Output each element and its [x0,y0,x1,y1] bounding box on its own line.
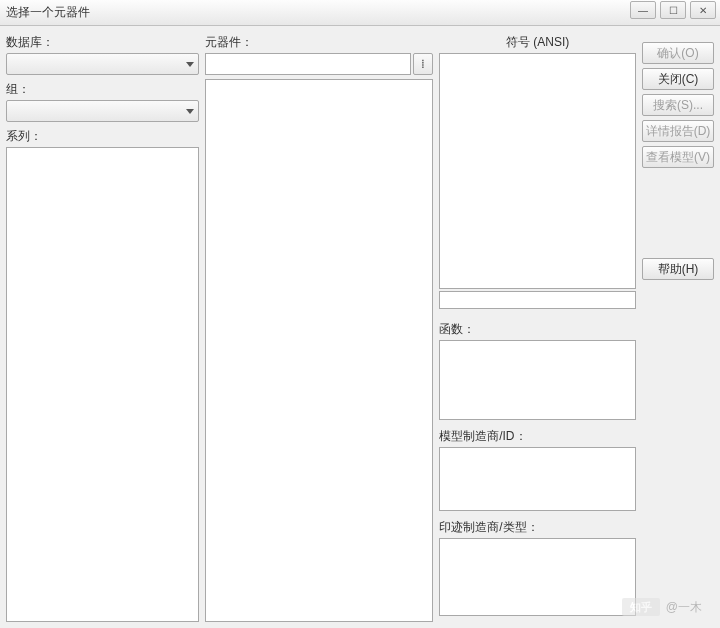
close-button[interactable]: 关闭(C) [642,68,714,90]
minimize-button[interactable]: — [630,1,656,19]
database-label: 数据库： [6,34,199,51]
chevron-down-icon [186,109,194,114]
footprint-label: 印迹制造商/类型： [439,519,636,536]
filter-icon: ⁞ [421,57,425,71]
close-window-button[interactable]: ✕ [690,1,716,19]
function-label: 函数： [439,321,636,338]
left-column: 数据库： 组： 系列： [6,32,199,622]
window-controls: — ☐ ✕ [630,1,716,19]
database-combo[interactable] [6,53,199,75]
title-bar: 选择一个元器件 [0,0,720,26]
component-input[interactable] [205,53,411,75]
component-listbox[interactable] [205,79,433,622]
group-combo[interactable] [6,100,199,122]
component-filter-button[interactable]: ⁞ [413,53,433,75]
footprint-panel [439,538,636,616]
model-maker-label: 模型制造商/ID： [439,428,636,445]
series-listbox[interactable] [6,147,199,622]
window-title: 选择一个元器件 [6,4,90,21]
symbol-preview [439,53,636,289]
chevron-down-icon [186,62,194,67]
ok-button[interactable]: 确认(O) [642,42,714,64]
middle-column: 元器件： ⁞ [205,32,433,622]
button-column: 确认(O) 关闭(C) 搜索(S)... 详情报告(D) 查看模型(V) 帮助(… [642,32,714,622]
model-maker-panel [439,447,636,511]
dialog-content: 数据库： 组： 系列： 元器件： ⁞ 符号 (ANSI) 函数： 模型制造商/I… [0,26,720,628]
view-model-button[interactable]: 查看模型(V) [642,146,714,168]
symbol-status-strip [439,291,636,309]
series-label: 系列： [6,128,199,145]
maximize-button[interactable]: ☐ [660,1,686,19]
detail-report-button[interactable]: 详情报告(D) [642,120,714,142]
help-button[interactable]: 帮助(H) [642,258,714,280]
component-label: 元器件： [205,34,433,51]
search-button[interactable]: 搜索(S)... [642,94,714,116]
symbol-label: 符号 (ANSI) [439,34,636,51]
right-column: 符号 (ANSI) 函数： 模型制造商/ID： 印迹制造商/类型： [439,32,636,622]
group-label: 组： [6,81,199,98]
function-panel [439,340,636,420]
